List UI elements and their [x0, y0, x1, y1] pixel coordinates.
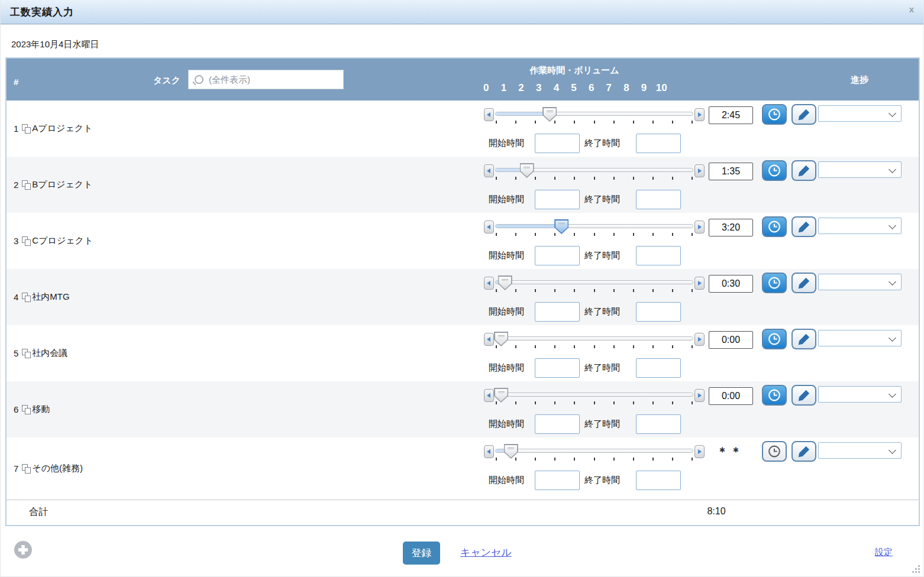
- edit-button[interactable]: [791, 385, 816, 406]
- table-header: # タスク 作業時間・ボリューム 012345678910 進捗: [7, 59, 919, 101]
- start-time-input[interactable]: [535, 358, 580, 378]
- slider-track[interactable]: [495, 449, 693, 453]
- clock-button[interactable]: [762, 216, 787, 237]
- task-filter-input[interactable]: [189, 70, 343, 89]
- start-time-input[interactable]: [535, 471, 580, 490]
- clock-button[interactable]: [762, 273, 787, 293]
- worktime-slider[interactable]: [484, 387, 705, 405]
- start-time-label: 開始時間: [489, 250, 524, 261]
- progress-select[interactable]: [818, 161, 902, 178]
- slider-decrease-arrow[interactable]: [484, 445, 494, 458]
- copy-icon[interactable]: [22, 349, 31, 358]
- end-time-input[interactable]: [636, 246, 681, 265]
- task-name: その他(雑務): [32, 463, 83, 474]
- slider-thumb[interactable]: [554, 219, 568, 234]
- clock-button[interactable]: [762, 104, 787, 125]
- time-value[interactable]: 0:00: [709, 387, 753, 405]
- slider-thumb[interactable]: [542, 107, 557, 122]
- slider-thumb[interactable]: [498, 275, 512, 290]
- progress-select[interactable]: [818, 218, 902, 234]
- edit-button[interactable]: [791, 216, 816, 237]
- clock-button[interactable]: [762, 329, 787, 349]
- slider-track[interactable]: [495, 224, 693, 228]
- start-time-input[interactable]: [535, 414, 580, 434]
- worktime-slider[interactable]: [484, 163, 705, 180]
- slider-increase-arrow[interactable]: [694, 277, 705, 290]
- slider-thumb[interactable]: [494, 388, 508, 403]
- slider-track[interactable]: [495, 112, 693, 116]
- copy-icon[interactable]: [22, 293, 31, 302]
- slider-decrease-arrow[interactable]: [484, 333, 494, 346]
- worktime-slider[interactable]: [484, 219, 705, 236]
- progress-select[interactable]: [818, 386, 902, 403]
- time-value[interactable]: ＊＊: [709, 443, 752, 460]
- pencil-icon: [797, 332, 811, 346]
- time-value[interactable]: 1:35: [709, 163, 753, 180]
- progress-select[interactable]: [818, 442, 902, 459]
- copy-icon[interactable]: [22, 405, 31, 414]
- resize-grip-icon[interactable]: [912, 565, 920, 575]
- slider-increase-arrow[interactable]: [694, 389, 705, 402]
- start-time-label: 開始時間: [489, 306, 524, 317]
- progress-select[interactable]: [818, 105, 902, 122]
- copy-icon[interactable]: [22, 464, 31, 474]
- end-time-input[interactable]: [636, 302, 681, 322]
- worktime-slider[interactable]: [484, 443, 705, 461]
- end-time-input[interactable]: [636, 134, 681, 153]
- progress-select[interactable]: [818, 330, 902, 346]
- edit-button[interactable]: [791, 104, 816, 125]
- progress-select[interactable]: [818, 274, 902, 290]
- start-time-input[interactable]: [535, 190, 580, 209]
- clock-button[interactable]: [762, 441, 787, 462]
- copy-icon[interactable]: [22, 124, 31, 134]
- slider-decrease-arrow[interactable]: [484, 389, 494, 402]
- end-time-input[interactable]: [636, 414, 681, 434]
- close-icon[interactable]: x: [909, 4, 914, 14]
- clock-button[interactable]: [762, 160, 787, 181]
- slider-track[interactable]: [495, 393, 693, 397]
- edit-button[interactable]: [791, 273, 816, 293]
- slider-track[interactable]: [495, 280, 693, 284]
- register-button[interactable]: 登録: [403, 542, 440, 565]
- slider-increase-arrow[interactable]: [694, 164, 705, 177]
- slider-increase-arrow[interactable]: [694, 221, 705, 234]
- start-time-label: 開始時間: [489, 138, 524, 149]
- end-time-input[interactable]: [636, 471, 681, 490]
- time-value[interactable]: 2:45: [709, 106, 753, 124]
- slider-decrease-arrow[interactable]: [484, 108, 494, 121]
- settings-link[interactable]: 設定: [875, 547, 893, 558]
- end-time-input[interactable]: [636, 190, 681, 209]
- slider-increase-arrow[interactable]: [694, 108, 705, 121]
- start-time-input[interactable]: [535, 302, 580, 322]
- start-time-input[interactable]: [535, 134, 580, 153]
- chevron-down-icon: [889, 390, 896, 398]
- copy-icon[interactable]: [22, 180, 31, 190]
- end-time-input[interactable]: [636, 358, 681, 378]
- pencil-icon: [797, 164, 811, 178]
- time-value[interactable]: 0:00: [709, 331, 753, 349]
- task-row: 2 Bプロジェクト 1:35 開始時間: [7, 157, 919, 213]
- time-value[interactable]: 3:20: [709, 219, 753, 236]
- worktime-slider[interactable]: [484, 106, 705, 124]
- clock-icon: [767, 388, 782, 403]
- cancel-link[interactable]: キャンセル: [460, 546, 512, 559]
- slider-increase-arrow[interactable]: [694, 445, 705, 458]
- edit-button[interactable]: [791, 441, 816, 462]
- edit-button[interactable]: [791, 329, 816, 349]
- add-row-button[interactable]: [14, 540, 33, 559]
- slider-increase-arrow[interactable]: [694, 333, 705, 346]
- copy-icon[interactable]: [22, 236, 31, 246]
- slider-decrease-arrow[interactable]: [484, 221, 494, 234]
- slider-decrease-arrow[interactable]: [484, 277, 494, 290]
- start-time-input[interactable]: [535, 246, 580, 265]
- time-value[interactable]: 0:30: [709, 275, 753, 293]
- slider-thumb[interactable]: [520, 163, 534, 178]
- slider-thumb[interactable]: [504, 444, 518, 459]
- worktime-slider[interactable]: [484, 275, 705, 293]
- slider-thumb[interactable]: [494, 332, 508, 346]
- clock-button[interactable]: [762, 385, 787, 406]
- slider-track[interactable]: [495, 336, 693, 341]
- worktime-slider[interactable]: [484, 331, 705, 349]
- edit-button[interactable]: [791, 160, 816, 181]
- slider-decrease-arrow[interactable]: [484, 164, 494, 177]
